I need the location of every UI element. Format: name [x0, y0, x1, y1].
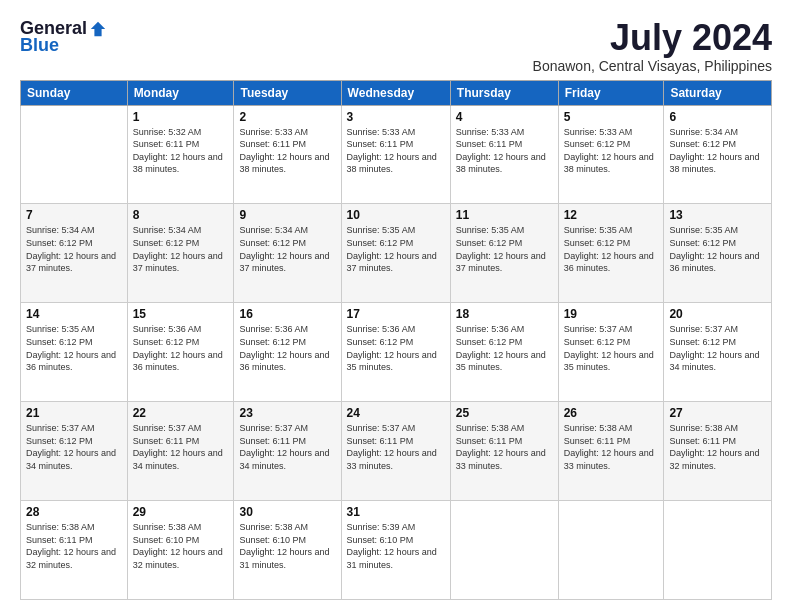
- logo-blue-text: Blue: [20, 35, 59, 56]
- calendar-cell: [558, 501, 664, 600]
- calendar-cell: 27 Sunrise: 5:38 AMSunset: 6:11 PMDaylig…: [664, 402, 772, 501]
- day-number: 3: [347, 110, 445, 124]
- day-info: Sunrise: 5:34 AMSunset: 6:12 PMDaylight:…: [669, 127, 759, 175]
- calendar-cell: 14 Sunrise: 5:35 AMSunset: 6:12 PMDaylig…: [21, 303, 128, 402]
- calendar-cell: 24 Sunrise: 5:37 AMSunset: 6:11 PMDaylig…: [341, 402, 450, 501]
- day-number: 29: [133, 505, 229, 519]
- day-number: 15: [133, 307, 229, 321]
- calendar-cell: 19 Sunrise: 5:37 AMSunset: 6:12 PMDaylig…: [558, 303, 664, 402]
- day-info: Sunrise: 5:36 AMSunset: 6:12 PMDaylight:…: [456, 324, 546, 372]
- day-info: Sunrise: 5:35 AMSunset: 6:12 PMDaylight:…: [669, 225, 759, 273]
- day-number: 6: [669, 110, 766, 124]
- day-number: 12: [564, 208, 659, 222]
- day-info: Sunrise: 5:34 AMSunset: 6:12 PMDaylight:…: [239, 225, 329, 273]
- day-number: 22: [133, 406, 229, 420]
- header: General Blue July 2024 Bonawon, Central …: [20, 18, 772, 74]
- day-info: Sunrise: 5:38 AMSunset: 6:11 PMDaylight:…: [564, 423, 654, 471]
- calendar-cell: 5 Sunrise: 5:33 AMSunset: 6:12 PMDayligh…: [558, 105, 664, 204]
- day-number: 9: [239, 208, 335, 222]
- calendar-page: General Blue July 2024 Bonawon, Central …: [0, 0, 792, 612]
- day-info: Sunrise: 5:36 AMSunset: 6:12 PMDaylight:…: [133, 324, 223, 372]
- header-wednesday: Wednesday: [341, 80, 450, 105]
- day-number: 24: [347, 406, 445, 420]
- calendar-cell: 26 Sunrise: 5:38 AMSunset: 6:11 PMDaylig…: [558, 402, 664, 501]
- day-number: 8: [133, 208, 229, 222]
- day-number: 30: [239, 505, 335, 519]
- day-number: 16: [239, 307, 335, 321]
- day-number: 27: [669, 406, 766, 420]
- calendar-cell: 18 Sunrise: 5:36 AMSunset: 6:12 PMDaylig…: [450, 303, 558, 402]
- header-friday: Friday: [558, 80, 664, 105]
- calendar-cell: [664, 501, 772, 600]
- day-info: Sunrise: 5:32 AMSunset: 6:11 PMDaylight:…: [133, 127, 223, 175]
- calendar-cell: 30 Sunrise: 5:38 AMSunset: 6:10 PMDaylig…: [234, 501, 341, 600]
- day-info: Sunrise: 5:36 AMSunset: 6:12 PMDaylight:…: [239, 324, 329, 372]
- calendar-cell: 6 Sunrise: 5:34 AMSunset: 6:12 PMDayligh…: [664, 105, 772, 204]
- calendar-cell: 10 Sunrise: 5:35 AMSunset: 6:12 PMDaylig…: [341, 204, 450, 303]
- calendar-cell: 7 Sunrise: 5:34 AMSunset: 6:12 PMDayligh…: [21, 204, 128, 303]
- day-number: 7: [26, 208, 122, 222]
- header-thursday: Thursday: [450, 80, 558, 105]
- day-info: Sunrise: 5:38 AMSunset: 6:11 PMDaylight:…: [26, 522, 116, 570]
- day-info: Sunrise: 5:33 AMSunset: 6:11 PMDaylight:…: [347, 127, 437, 175]
- day-number: 17: [347, 307, 445, 321]
- calendar-cell: 17 Sunrise: 5:36 AMSunset: 6:12 PMDaylig…: [341, 303, 450, 402]
- logo: General Blue: [20, 18, 107, 56]
- calendar-cell: 13 Sunrise: 5:35 AMSunset: 6:12 PMDaylig…: [664, 204, 772, 303]
- day-number: 18: [456, 307, 553, 321]
- calendar-cell: 20 Sunrise: 5:37 AMSunset: 6:12 PMDaylig…: [664, 303, 772, 402]
- day-number: 14: [26, 307, 122, 321]
- day-info: Sunrise: 5:38 AMSunset: 6:11 PMDaylight:…: [669, 423, 759, 471]
- day-number: 1: [133, 110, 229, 124]
- day-number: 26: [564, 406, 659, 420]
- header-row: Sunday Monday Tuesday Wednesday Thursday…: [21, 80, 772, 105]
- day-number: 11: [456, 208, 553, 222]
- day-info: Sunrise: 5:35 AMSunset: 6:12 PMDaylight:…: [456, 225, 546, 273]
- svg-marker-0: [91, 21, 105, 35]
- day-number: 21: [26, 406, 122, 420]
- calendar-table: Sunday Monday Tuesday Wednesday Thursday…: [20, 80, 772, 600]
- calendar-cell: 16 Sunrise: 5:36 AMSunset: 6:12 PMDaylig…: [234, 303, 341, 402]
- location: Bonawon, Central Visayas, Philippines: [533, 58, 772, 74]
- calendar-cell: [450, 501, 558, 600]
- day-number: 13: [669, 208, 766, 222]
- day-info: Sunrise: 5:36 AMSunset: 6:12 PMDaylight:…: [347, 324, 437, 372]
- calendar-cell: 1 Sunrise: 5:32 AMSunset: 6:11 PMDayligh…: [127, 105, 234, 204]
- calendar-cell: 31 Sunrise: 5:39 AMSunset: 6:10 PMDaylig…: [341, 501, 450, 600]
- day-info: Sunrise: 5:37 AMSunset: 6:12 PMDaylight:…: [26, 423, 116, 471]
- day-info: Sunrise: 5:35 AMSunset: 6:12 PMDaylight:…: [347, 225, 437, 273]
- day-number: 19: [564, 307, 659, 321]
- day-number: 28: [26, 505, 122, 519]
- day-info: Sunrise: 5:33 AMSunset: 6:12 PMDaylight:…: [564, 127, 654, 175]
- calendar-cell: 11 Sunrise: 5:35 AMSunset: 6:12 PMDaylig…: [450, 204, 558, 303]
- day-number: 20: [669, 307, 766, 321]
- month-title: July 2024: [533, 18, 772, 58]
- day-number: 5: [564, 110, 659, 124]
- calendar-cell: 15 Sunrise: 5:36 AMSunset: 6:12 PMDaylig…: [127, 303, 234, 402]
- day-number: 10: [347, 208, 445, 222]
- calendar-cell: 4 Sunrise: 5:33 AMSunset: 6:11 PMDayligh…: [450, 105, 558, 204]
- day-info: Sunrise: 5:33 AMSunset: 6:11 PMDaylight:…: [456, 127, 546, 175]
- calendar-cell: 9 Sunrise: 5:34 AMSunset: 6:12 PMDayligh…: [234, 204, 341, 303]
- calendar-cell: 25 Sunrise: 5:38 AMSunset: 6:11 PMDaylig…: [450, 402, 558, 501]
- day-info: Sunrise: 5:37 AMSunset: 6:12 PMDaylight:…: [669, 324, 759, 372]
- calendar-cell: 22 Sunrise: 5:37 AMSunset: 6:11 PMDaylig…: [127, 402, 234, 501]
- day-info: Sunrise: 5:39 AMSunset: 6:10 PMDaylight:…: [347, 522, 437, 570]
- day-number: 25: [456, 406, 553, 420]
- calendar-cell: 2 Sunrise: 5:33 AMSunset: 6:11 PMDayligh…: [234, 105, 341, 204]
- day-info: Sunrise: 5:35 AMSunset: 6:12 PMDaylight:…: [564, 225, 654, 273]
- day-info: Sunrise: 5:38 AMSunset: 6:10 PMDaylight:…: [239, 522, 329, 570]
- calendar-cell: 23 Sunrise: 5:37 AMSunset: 6:11 PMDaylig…: [234, 402, 341, 501]
- calendar-cell: 28 Sunrise: 5:38 AMSunset: 6:11 PMDaylig…: [21, 501, 128, 600]
- day-info: Sunrise: 5:38 AMSunset: 6:11 PMDaylight:…: [456, 423, 546, 471]
- day-info: Sunrise: 5:37 AMSunset: 6:11 PMDaylight:…: [133, 423, 223, 471]
- calendar-cell: 29 Sunrise: 5:38 AMSunset: 6:10 PMDaylig…: [127, 501, 234, 600]
- day-number: 23: [239, 406, 335, 420]
- calendar-cell: 8 Sunrise: 5:34 AMSunset: 6:12 PMDayligh…: [127, 204, 234, 303]
- day-info: Sunrise: 5:37 AMSunset: 6:11 PMDaylight:…: [239, 423, 329, 471]
- day-info: Sunrise: 5:37 AMSunset: 6:11 PMDaylight:…: [347, 423, 437, 471]
- header-sunday: Sunday: [21, 80, 128, 105]
- day-number: 31: [347, 505, 445, 519]
- day-info: Sunrise: 5:34 AMSunset: 6:12 PMDaylight:…: [26, 225, 116, 273]
- day-info: Sunrise: 5:35 AMSunset: 6:12 PMDaylight:…: [26, 324, 116, 372]
